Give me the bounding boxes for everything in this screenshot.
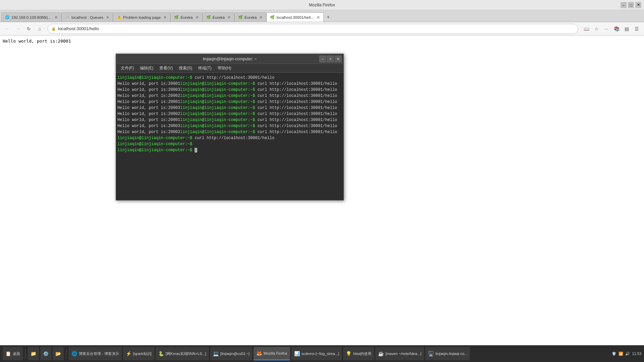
terminal-window-controls[interactable]: – + ✕ — [319, 56, 341, 62]
taskbar-spark-label: [spark知识] — [133, 351, 152, 356]
back-button[interactable]: ← — [3, 24, 12, 34]
tab-5-label: Eureka — [213, 15, 225, 19]
tab-4[interactable]: 🌿 Eureka ✕ — [170, 12, 202, 22]
terminal-minimize[interactable]: – — [319, 56, 326, 62]
forward-button[interactable]: → — [13, 24, 23, 34]
folder-icon: 📂 — [55, 351, 61, 356]
taskbar-item-maven[interactable]: ☕ [maven ~/note/Idea...] — [375, 347, 424, 360]
taskbar-item-firefox[interactable]: 🦊 Mozilla Firefox — [254, 347, 290, 360]
terminal-line-4: Hello world, port is:20002linjiaqin@linj… — [117, 93, 342, 99]
taskbar-terminal-label: [linjiaqin@cu01:~] — [220, 352, 250, 356]
taskbar-clock: 11:53 — [632, 352, 641, 356]
tab-2[interactable]: 🐰 localhost : Queues ✕ — [61, 12, 113, 22]
taskbar-item-spark[interactable]: ⚡ [spark知识] — [123, 347, 154, 360]
tab-7[interactable]: 🌿 localhost:30001/hell... ✕ — [266, 12, 323, 22]
tab-3-label: Problem loading page — [123, 15, 161, 19]
files-icon: 📁 — [31, 351, 36, 356]
tab-5[interactable]: 🌿 Eureka ✕ — [203, 12, 234, 22]
nav-right-buttons: 📖 ☆ ··· 📚 ▤ ☰ — [582, 24, 641, 34]
terminal-line-7: Hello world, port is:20002linjiaqin@linj… — [117, 111, 342, 117]
taskbar-item-computer[interactable]: 🖥️ linjiaqin-linjiaqi-co... — [425, 347, 470, 360]
tab-bar: 🌐 192.168.0.100:8088/jmx... ✕ 🐰 localhos… — [0, 10, 644, 22]
lock-icon: 🔒 — [51, 26, 56, 31]
bookmark-button[interactable]: ☆ — [592, 24, 601, 34]
taskbar-shield: 🛡️ — [612, 352, 616, 356]
tab-1-close[interactable]: ✕ — [54, 15, 58, 20]
terminal-line-10: Hello world, port is:20002linjiaqin@linj… — [117, 129, 342, 135]
taskbar-item-blog[interactable]: 🌐 博客后台管理 - 博客演示 — [69, 347, 122, 360]
navigation-bar: ← → ↻ ⌂ 🔒 📖 ☆ ··· 📚 ▤ ☰ — [0, 22, 644, 36]
tab-1-icon: 🌐 — [5, 15, 10, 19]
taskbar-network: 📶 — [619, 352, 623, 356]
more-button[interactable]: ··· — [602, 24, 611, 34]
tab-3-icon: ⚠️ — [117, 15, 121, 19]
close-button[interactable]: ✕ — [635, 2, 641, 8]
taskbar-item-desktop[interactable]: 📋 桌面 — [3, 347, 23, 360]
tab-4-icon: 🌿 — [174, 15, 179, 19]
customize-button[interactable]: ☰ — [632, 24, 641, 34]
taskbar-item-scdemo[interactable]: 📊 scdemo-[~/log_strea...] — [291, 347, 342, 360]
window-controls[interactable]: – □ ✕ — [621, 2, 641, 8]
terminal-menu-terminal[interactable]: 终端(T) — [196, 65, 214, 72]
terminal-title: linjiaqin@linjiaqin-computer: ~ — [203, 57, 257, 61]
terminal-menu-help[interactable]: 帮助(H) — [215, 65, 234, 72]
taskbar-item-keras[interactable]: 🐍 [网Keras实现RNN+LS...] — [156, 347, 209, 360]
tab-2-icon: 🐰 — [65, 15, 70, 19]
tab-5-icon: 🌿 — [206, 15, 211, 19]
new-tab-button[interactable]: + — [324, 12, 333, 22]
tab-3[interactable]: ⚠️ Problem loading page ✕ — [113, 12, 170, 22]
terminal-taskbar-icon: 💻 — [213, 351, 219, 356]
tab-3-close[interactable]: ✕ — [163, 15, 167, 20]
terminal-line-2: Hello world, port is:20001linjiaqin@linj… — [117, 81, 342, 87]
keras-icon: 🐍 — [158, 351, 164, 356]
tab-4-label: Eureka — [180, 15, 193, 19]
sidebar-button[interactable]: ▤ — [622, 24, 631, 34]
maximize-button[interactable]: □ — [628, 2, 634, 8]
terminal-menu-file[interactable]: 文件(F) — [118, 65, 137, 72]
titlebar: Mozilla Firefox – □ ✕ — [0, 0, 644, 10]
tab-2-close[interactable]: ✕ — [106, 15, 109, 20]
terminal-line-3: Hello world, port is:20003linjiaqin@linj… — [117, 87, 342, 93]
tab-6[interactable]: 🌿 Eureka ✕ — [234, 12, 266, 22]
taskbar-blog-label: 博客后台管理 - 博客演示 — [79, 351, 119, 356]
terminal-line-11: linjiaqin@linjiaqin-computer:~$ curl htt… — [117, 135, 342, 141]
terminal-close[interactable]: ✕ — [335, 56, 341, 62]
home-button[interactable]: ⌂ — [35, 24, 44, 34]
library-button[interactable]: 📚 — [612, 24, 621, 34]
taskbar-sound: 🔊 — [625, 352, 630, 356]
tab-7-label: localhost:30001/hell... — [276, 15, 314, 19]
terminal-body[interactable]: linjiaqin@linjiaqin-computer:~$ curl htt… — [116, 73, 343, 200]
minimize-button[interactable]: – — [621, 2, 627, 8]
taskbar-item-settings[interactable]: ⚙️ — [40, 347, 51, 360]
tab-2-label: localhost : Queues — [71, 15, 103, 19]
terminal-menu-edit[interactable]: 编辑(E) — [137, 65, 156, 72]
reader-button[interactable]: 📖 — [582, 24, 591, 34]
taskbar-keras-label: [网Keras实现RNN+LS...] — [166, 351, 206, 356]
terminal-line-8: Hello world, port is:20001linjiaqin@linj… — [117, 117, 342, 123]
taskbar-right: 🛡️ 📶 🔊 11:53 — [612, 352, 641, 356]
tab-4-close[interactable]: ✕ — [196, 15, 199, 20]
desktop-icon: 📋 — [5, 351, 11, 356]
refresh-button[interactable]: ↻ — [24, 24, 34, 34]
tab-6-close[interactable]: ✕ — [259, 15, 263, 20]
firefox-icon: 🦊 — [256, 351, 262, 356]
tab-7-close[interactable]: ✕ — [317, 15, 320, 20]
taskbar-item-folder[interactable]: 📂 — [53, 347, 64, 360]
tab-1[interactable]: 🌐 192.168.0.100:8088/jmx... ✕ — [1, 12, 61, 22]
tab-1-label: 192.168.0.100:8088/jmx... — [11, 15, 52, 19]
taskbar-item-files[interactable]: 📁 — [28, 347, 39, 360]
settings-icon: ⚙️ — [43, 351, 49, 356]
taskbar-item-idea[interactable]: 💡 Idea的使用 — [343, 347, 374, 360]
terminal-titlebar: linjiaqin@linjiaqin-computer: ~ – + ✕ — [116, 54, 343, 64]
terminal-maximize[interactable]: + — [327, 56, 334, 62]
terminal-menu-view[interactable]: 查看(V) — [157, 65, 175, 72]
taskbar-item-terminal[interactable]: 💻 [linjiaqin@cu01:~] — [210, 347, 252, 360]
tab-5-close[interactable]: ✕ — [227, 15, 231, 20]
address-input[interactable] — [58, 26, 575, 31]
terminal-menu-search[interactable]: 搜索(S) — [176, 65, 195, 72]
taskbar-scdemo-label: scdemo-[~/log_strea...] — [302, 352, 339, 356]
taskbar: 📋 桌面 📁 ⚙️ 📂 🌐 博客后台管理 - 博客演示 ⚡ [spark知识] … — [0, 345, 644, 362]
taskbar-idea-label: Idea的使用 — [353, 351, 371, 356]
spark-icon: ⚡ — [126, 351, 131, 356]
blog-icon: 🌐 — [71, 351, 77, 356]
